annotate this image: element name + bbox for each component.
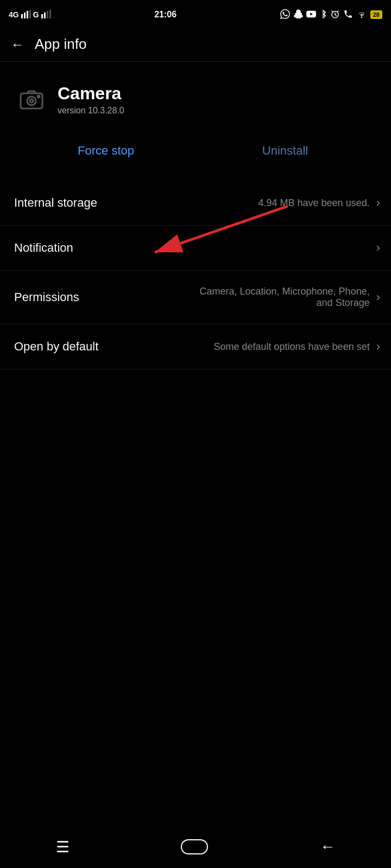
svg-rect-0 <box>21 14 23 18</box>
internal-storage-value: 4.94 MB have been used. <box>258 197 370 209</box>
chevron-right-icon: › <box>376 290 380 304</box>
permissions-value: Camera, Location, Microphone, Phone, and… <box>196 286 370 309</box>
action-buttons: Force stop Uninstall <box>0 132 391 181</box>
app-info-section: Camera version 10.3.28.0 <box>0 62 391 132</box>
app-info-header: ← App info <box>0 27 391 62</box>
notification-label: Notification <box>14 241 73 255</box>
chevron-right-icon: › <box>376 196 380 210</box>
app-name: Camera <box>58 84 124 104</box>
internal-storage-item[interactable]: Internal storage 4.94 MB have been used.… <box>0 181 391 226</box>
youtube-icon <box>306 9 316 21</box>
nav-home-button[interactable] <box>181 839 208 854</box>
svg-rect-5 <box>44 12 46 18</box>
open-by-default-right: Some default options have been set › <box>98 340 380 354</box>
app-name-section: Camera version 10.3.28.0 <box>58 84 124 116</box>
back-button[interactable]: ← <box>11 37 24 52</box>
permissions-label: Permissions <box>14 290 79 304</box>
svg-rect-4 <box>41 14 43 18</box>
snapchat-icon <box>293 9 303 21</box>
signal-bars-2 <box>41 10 51 20</box>
uninstall-button[interactable]: Uninstall <box>195 137 375 164</box>
menu-list: Internal storage 4.94 MB have been used.… <box>0 181 391 369</box>
network-type-2: G <box>33 10 39 19</box>
svg-rect-3 <box>29 10 31 18</box>
open-by-default-label: Open by default <box>14 340 98 354</box>
svg-point-9 <box>361 16 363 18</box>
back-icon: ← <box>320 838 335 856</box>
svg-rect-7 <box>49 10 51 18</box>
nav-back-button[interactable]: ← <box>320 838 335 856</box>
open-by-default-item[interactable]: Open by default Some default options hav… <box>0 324 391 369</box>
hamburger-icon: ☰ <box>56 838 70 856</box>
battery-indicator: 28 <box>370 10 382 19</box>
app-icon <box>16 85 47 115</box>
svg-point-13 <box>37 95 40 98</box>
notification-item[interactable]: Notification › <box>0 226 391 271</box>
svg-rect-1 <box>24 12 26 18</box>
svg-rect-6 <box>47 11 48 18</box>
internal-storage-right: 4.94 MB have been used. › <box>97 196 380 210</box>
network-indicator: 4G <box>9 10 19 19</box>
open-by-default-value: Some default options have been set <box>213 341 369 353</box>
status-time: 21:06 <box>154 10 176 20</box>
phone-icon <box>343 9 353 21</box>
svg-point-11 <box>27 97 36 105</box>
status-right: 28 <box>280 9 382 21</box>
chevron-right-icon: › <box>376 340 380 354</box>
home-indicator <box>181 839 208 854</box>
permissions-right: Camera, Location, Microphone, Phone, and… <box>79 286 380 309</box>
page-title: App info <box>35 36 86 53</box>
app-version: version 10.3.28.0 <box>58 106 124 116</box>
notification-right: › <box>73 241 380 255</box>
bluetooth-icon <box>319 9 327 21</box>
force-stop-button[interactable]: Force stop <box>16 137 195 164</box>
nav-menu-button[interactable]: ☰ <box>56 838 70 856</box>
chevron-right-icon: › <box>376 241 380 255</box>
wifi-icon <box>356 9 367 21</box>
internal-storage-label: Internal storage <box>14 196 97 210</box>
status-left: 4G G <box>9 10 51 20</box>
permissions-item[interactable]: Permissions Camera, Location, Microphone… <box>0 271 391 324</box>
svg-point-12 <box>30 99 33 103</box>
status-bar: 4G G 21:06 28 <box>0 0 391 27</box>
bottom-navigation: ☰ ← <box>0 830 391 868</box>
svg-rect-2 <box>27 11 28 18</box>
alarm-icon <box>330 9 340 21</box>
signal-bars <box>21 10 31 20</box>
whatsapp-icon <box>280 9 290 21</box>
